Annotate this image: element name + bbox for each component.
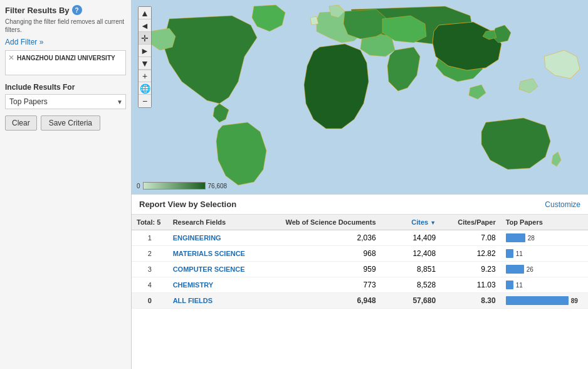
table-row: 1 ENGINEERING 2,036 14,409 7.08 28 <box>132 230 588 246</box>
legend-min-label: 0 <box>137 183 140 190</box>
map-zoom-in-button[interactable]: + <box>139 70 151 82</box>
cites-per-paper-cell: 9.23 <box>441 262 501 277</box>
bar-wrap: 11 <box>506 249 583 258</box>
table-row: 3 COMPUTER SCIENCE 959 8,851 9.23 26 <box>132 262 588 277</box>
bar-chart-bar <box>506 296 569 305</box>
rank-cell: 2 <box>132 246 168 262</box>
report-title: Report View by Selection <box>139 200 236 209</box>
field-link[interactable]: ALL FIELDS <box>173 297 213 304</box>
wos-cell: 959 <box>275 262 381 277</box>
bar-chart-bar <box>506 265 524 274</box>
table-row: 2 MATERIALS SCIENCE 968 12,408 12.82 11 <box>132 246 588 262</box>
report-table: Total: 5 Research Fields Web of Science … <box>132 215 588 309</box>
map-globe-button[interactable]: 🌐 <box>139 82 151 95</box>
bar-value: 28 <box>528 235 535 242</box>
add-filter-link[interactable]: Add Filter » <box>5 38 43 46</box>
cites-per-paper-cell: 12.82 <box>441 246 501 262</box>
col-toppapers-header: Top Papers <box>501 215 588 230</box>
field-link[interactable]: COMPUTER SCIENCE <box>173 265 245 273</box>
field-link[interactable]: MATERIALS SCIENCE <box>173 250 245 257</box>
field-cell: ENGINEERING <box>168 230 275 246</box>
rank-cell: 0 <box>132 293 168 309</box>
report-area: Report View by Selection Customize Total… <box>132 195 588 369</box>
world-map-svg <box>132 0 588 195</box>
top-papers-cell: 26 <box>501 262 588 277</box>
dropdown-wrap: Top Papers All Results ▼ <box>5 94 126 109</box>
rank-number: 3 <box>148 265 152 273</box>
wos-cell: 2,036 <box>275 230 381 246</box>
top-papers-cell: 89 <box>501 293 588 309</box>
include-section: Include Results For Top Papers All Resul… <box>5 83 126 109</box>
wos-cell: 6,948 <box>275 293 381 309</box>
bar-value: 11 <box>516 282 523 289</box>
cites-cell: 12,408 <box>381 246 441 262</box>
col-field-header: Research Fields <box>168 215 275 230</box>
filter-tag-remove-icon[interactable]: ✕ <box>8 53 14 62</box>
col-citespaper-header: Cites/Paper <box>441 215 501 230</box>
button-row: Clear Save Criteria <box>5 115 126 131</box>
include-label: Include Results For <box>5 83 126 92</box>
customize-link[interactable]: Customize <box>545 200 580 209</box>
col-wos-header: Web of Science Documents <box>275 215 381 230</box>
wos-cell: 773 <box>275 277 381 293</box>
cites-sort-link[interactable]: Cites ▼ <box>411 218 436 226</box>
help-icon[interactable]: ? <box>72 5 82 15</box>
rank-number: 4 <box>148 281 152 289</box>
table-row: 0 ALL FIELDS 6,948 57,680 8.30 89 <box>132 293 588 309</box>
top-papers-cell: 11 <box>501 246 588 262</box>
rank-number: 1 <box>148 234 152 242</box>
col-cites-header[interactable]: Cites ▼ <box>381 215 441 230</box>
field-link[interactable]: CHEMISTRY <box>173 281 213 289</box>
field-cell: CHEMISTRY <box>168 277 275 293</box>
main-content: ▲ ◄ ✛ ► ▼ + 🌐 − 0 76,608 Report View by … <box>132 0 588 369</box>
map-zoom-out-button[interactable]: − <box>139 95 151 107</box>
cites-cell: 57,680 <box>381 293 441 309</box>
legend-gradient-bar <box>143 182 206 190</box>
bar-wrap: 28 <box>506 233 583 242</box>
field-cell: MATERIALS SCIENCE <box>168 246 275 262</box>
filter-tag: ✕ HANGZHOU DIANZI UNIVERSITY <box>8 53 123 62</box>
cites-per-paper-cell: 7.08 <box>441 230 501 246</box>
map-pan-right-button[interactable]: ► <box>139 45 151 57</box>
map-area: ▲ ◄ ✛ ► ▼ + 🌐 − 0 76,608 <box>132 0 588 195</box>
map-pan-icon: ✛ <box>139 32 151 45</box>
include-dropdown[interactable]: Top Papers All Results <box>5 94 126 109</box>
cites-per-paper-cell: 8.30 <box>441 293 501 309</box>
bar-value: 26 <box>527 266 533 273</box>
table-row: 4 CHEMISTRY 773 8,528 11.03 11 <box>132 277 588 293</box>
filter-title-text: Filter Results By <box>5 6 70 15</box>
field-cell: ALL FIELDS <box>168 293 275 309</box>
rank-number: 2 <box>148 250 152 257</box>
rank-cell: 4 <box>132 277 168 293</box>
bar-chart-bar <box>506 233 525 242</box>
rank-number: 0 <box>148 297 152 304</box>
bar-chart-bar <box>506 249 513 258</box>
filter-tag-box: ✕ HANGZHOU DIANZI UNIVERSITY <box>5 50 126 75</box>
rank-cell: 3 <box>132 262 168 277</box>
filter-title: Filter Results By ? <box>5 5 126 15</box>
map-pan-left-button[interactable]: ◄ <box>139 19 151 32</box>
map-pan-up-button[interactable]: ▲ <box>139 7 151 19</box>
bar-wrap: 89 <box>506 296 583 305</box>
save-criteria-button[interactable]: Save Criteria <box>41 115 100 131</box>
top-papers-cell: 11 <box>501 277 588 293</box>
report-header: Report View by Selection Customize <box>132 195 588 215</box>
bar-value: 89 <box>571 297 578 304</box>
clear-button[interactable]: Clear <box>5 115 37 131</box>
top-papers-cell: 28 <box>501 230 588 246</box>
sort-icon: ▼ <box>430 220 436 226</box>
bar-wrap: 11 <box>506 281 583 289</box>
map-controls: ▲ ◄ ✛ ► ▼ + 🌐 − <box>138 6 152 108</box>
field-link[interactable]: ENGINEERING <box>173 234 221 242</box>
bar-value: 11 <box>516 250 523 257</box>
cites-per-paper-cell: 11.03 <box>441 277 501 293</box>
field-cell: COMPUTER SCIENCE <box>168 262 275 277</box>
filter-tag-value: HANGZHOU DIANZI UNIVERSITY <box>17 55 115 62</box>
map-legend: 0 76,608 <box>137 182 227 190</box>
bar-wrap: 26 <box>506 265 583 274</box>
legend-max-label: 76,608 <box>208 183 228 190</box>
cites-cell: 14,409 <box>381 230 441 246</box>
wos-cell: 968 <box>275 246 381 262</box>
map-pan-down-button[interactable]: ▼ <box>139 57 151 70</box>
table-header-row: Total: 5 Research Fields Web of Science … <box>132 215 588 230</box>
